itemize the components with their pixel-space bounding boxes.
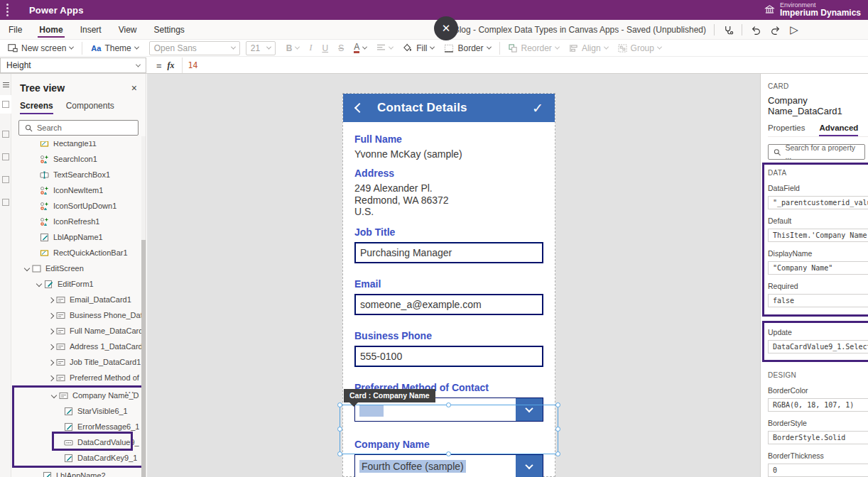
resize-handle[interactable] [337, 451, 342, 456]
rail-data-icon[interactable] [2, 153, 9, 160]
tree-item[interactable]: LblAppName1 ··· [11, 229, 146, 245]
redo-icon[interactable] [769, 24, 781, 35]
chevron-icon[interactable] [47, 358, 56, 366]
tree-item[interactable]: Job Title_DataCard1 ··· [11, 354, 146, 370]
menu-settings[interactable]: Settings [146, 20, 193, 39]
property-value-input[interactable]: false [768, 294, 868, 307]
app-launcher-icon[interactable] [2, 4, 12, 16]
close-notification-button[interactable]: ✕ [434, 16, 458, 40]
rail-menu-icon[interactable] [3, 82, 9, 87]
company-name-dropdown[interactable]: Fourth Coffee (sample) [354, 454, 543, 477]
border-button[interactable]: Border [439, 43, 495, 53]
tree-search-input[interactable]: Search [18, 120, 139, 136]
dropdown-chevron-button[interactable] [516, 455, 543, 477]
tree-item[interactable]: Company Name_DataCard1 ··· [14, 388, 142, 403]
property-value-input[interactable]: DataCardValue9_1.Selected [768, 340, 868, 353]
tree-item[interactable]: EditScreen ··· [11, 261, 146, 276]
app-screen[interactable]: Contact Details ✓ Full Name Yvonne McKay… [342, 93, 555, 477]
business-phone-input[interactable]: 555-0100 [354, 346, 543, 367]
property-select[interactable]: Height [0, 57, 146, 73]
property-value-input[interactable]: BorderStyle.Solid [768, 431, 868, 444]
chevron-icon[interactable] [47, 311, 56, 319]
tree-item[interactable]: EditForm1 ··· [11, 276, 146, 292]
undo-icon[interactable] [750, 24, 761, 35]
property-search-input[interactable]: Search for a property ... [768, 144, 865, 160]
tree-item[interactable]: SearchIcon1 ··· [11, 151, 146, 167]
property-value-input[interactable]: RGBA(0, 18, 107, 1) [768, 398, 868, 412]
menu-view[interactable]: View [110, 20, 146, 39]
chevron-icon[interactable] [50, 391, 59, 400]
tree-item[interactable]: Rectangle11 ··· [11, 141, 146, 151]
reorder-button[interactable]: Reorder [504, 43, 564, 53]
more-options-icon[interactable]: ··· [125, 388, 135, 397]
preview-play-icon[interactable]: ▷ [788, 24, 800, 35]
rail-insert-icon[interactable] [2, 131, 9, 138]
align-button[interactable]: Align [564, 43, 613, 53]
tree-close-icon[interactable]: × [131, 82, 137, 94]
menu-insert[interactable]: Insert [72, 20, 110, 39]
environment-picker[interactable]: Environment Imperium Dynamics [764, 1, 861, 18]
bold-button[interactable]: B [281, 43, 305, 53]
property-value-input[interactable]: 0 [768, 464, 868, 477]
tree-item-label: IconNewItem1 [53, 186, 103, 194]
resize-handle[interactable] [337, 427, 342, 432]
tab-components[interactable]: Components [66, 101, 114, 114]
tree-item[interactable]: IconSortUpDown1 ··· [11, 198, 146, 214]
chevron-icon[interactable] [35, 280, 44, 288]
rail-media-icon[interactable] [2, 176, 9, 183]
tree-item[interactable]: StarVisible6_1 ··· [14, 403, 142, 419]
rail-tree-view-icon[interactable] [0, 95, 11, 114]
chevron-icon[interactable] [23, 264, 32, 273]
tree-item[interactable]: IconRefresh1 ··· [11, 214, 146, 229]
menu-home[interactable]: Home [31, 20, 71, 39]
back-icon[interactable] [354, 103, 364, 113]
italic-button[interactable]: I [304, 43, 317, 53]
resize-handle[interactable] [555, 427, 560, 432]
chevron-icon[interactable] [47, 373, 56, 382]
fill-button[interactable]: Fill [398, 43, 439, 53]
tree-item[interactable]: IconNewItem1 ··· [11, 182, 146, 198]
email-input[interactable]: someone_a@example.com [354, 294, 543, 315]
property-value-input[interactable]: "_parentcustomerid_value" [768, 196, 868, 209]
menu-file[interactable]: File [0, 20, 31, 39]
tree-item[interactable]: Address 1_DataCard1 ··· [11, 339, 146, 354]
group-button[interactable]: Group [613, 43, 666, 53]
strikethrough-button[interactable]: S [333, 43, 349, 53]
tab-properties[interactable]: Properties [768, 124, 805, 136]
font-color-button[interactable]: A [349, 43, 371, 53]
tree-item[interactable]: DataCardKey9_1 ··· [14, 450, 142, 466]
chevron-icon[interactable] [47, 295, 56, 304]
tab-advanced[interactable]: Advanced [819, 124, 858, 136]
dropdown-chevron-button[interactable] [516, 398, 543, 421]
tree-scrollbar[interactable] [141, 136, 146, 477]
tree-item[interactable]: RectQuickActionBar1 ··· [11, 245, 146, 261]
chevron-icon[interactable] [47, 327, 56, 335]
property-value-input[interactable]: "Company Name" [768, 261, 868, 275]
new-screen-button[interactable]: New screen [3, 43, 78, 53]
chevron-icon[interactable] [47, 342, 56, 351]
resize-handle[interactable] [337, 402, 342, 407]
tab-screens[interactable]: Screens [20, 101, 53, 114]
font-size-select[interactable]: 21 [246, 41, 276, 55]
submit-check-icon[interactable]: ✓ [532, 100, 543, 116]
formula-input[interactable]: 14 [182, 57, 868, 73]
canvas-area[interactable]: Contact Details ✓ Full Name Yvonne McKay… [147, 74, 760, 477]
job-title-input[interactable]: Purchasing Manager [354, 242, 543, 263]
tree-item[interactable]: Full Name_DataCard2 ··· [11, 323, 146, 339]
tree-item[interactable]: TextSearchBox1 ··· [11, 167, 146, 182]
app-checker-icon[interactable] [722, 24, 734, 35]
tree-scrollbar-thumb[interactable] [141, 240, 146, 477]
text-align-button[interactable] [371, 44, 398, 52]
resize-handle[interactable] [555, 402, 560, 407]
property-value-input[interactable]: ThisItem.'Company Name' [768, 229, 868, 242]
tree-item[interactable]: Email_DataCard1 ··· [11, 292, 146, 307]
underline-button[interactable]: U [317, 43, 333, 53]
tree-item[interactable]: Preferred Method of Contact_DataCa ··· [11, 370, 146, 385]
tree-item[interactable]: Business Phone_DataCard1 ··· [11, 307, 146, 323]
theme-button[interactable]: Aa Theme [86, 43, 143, 53]
resize-handle[interactable] [555, 451, 560, 456]
rail-advanced-icon[interactable] [2, 199, 9, 206]
tree-item[interactable]: LblAppName2 ··· [11, 468, 146, 477]
font-family-select[interactable]: Open Sans [149, 41, 240, 55]
app-name[interactable]: Power Apps [29, 5, 84, 16]
